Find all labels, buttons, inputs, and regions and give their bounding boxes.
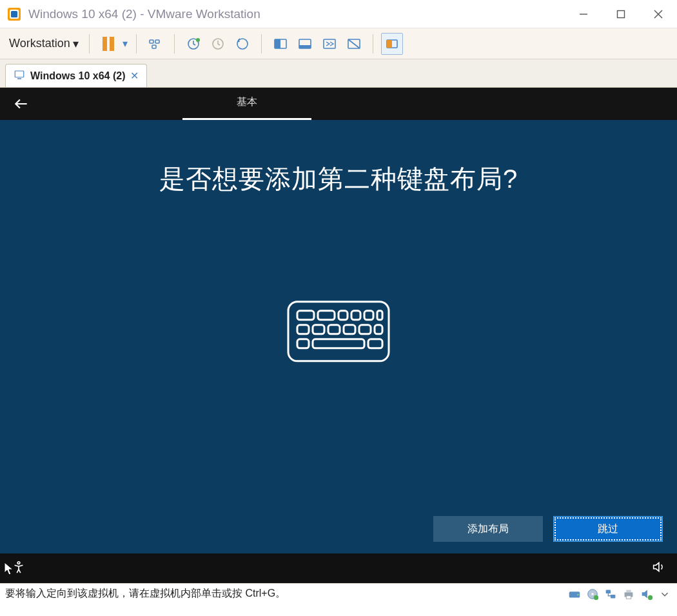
back-button[interactable] [12,94,31,114]
svg-rect-52 [626,595,631,599]
svg-rect-4 [618,10,625,17]
close-button[interactable] [640,0,677,28]
toolbar-separator [136,34,137,54]
hdd-icon[interactable] [567,587,582,601]
oobe-title: 是否想要添加第二种键盘布局? [0,120,677,197]
close-tab-button[interactable]: ✕ [130,70,139,82]
svg-rect-33 [297,325,309,334]
expand-tray-icon[interactable] [658,587,672,601]
oobe-header: 基本 [0,88,677,120]
snapshot-take-icon [186,36,201,52]
svg-rect-18 [299,45,311,48]
thumbnail-icon [384,36,400,52]
minimize-button[interactable] [565,0,602,28]
window-title: Windows 10 x64 (2) - VMware Workstation [28,7,565,21]
send-cad-icon [148,36,163,52]
oobe-actions: 添加布局 跳过 [433,516,663,542]
window-titlebar: Windows 10 x64 (2) - VMware Workstation [0,0,677,28]
add-layout-button[interactable]: 添加布局 [433,516,543,542]
svg-rect-37 [359,325,371,334]
view-stretch-button[interactable] [343,33,365,55]
printer-icon[interactable] [622,587,636,601]
vm-tab-icon [14,69,25,83]
skip-button[interactable]: 跳过 [553,516,663,542]
toolbar-separator [373,34,373,54]
svg-rect-24 [15,71,24,77]
svg-rect-34 [313,325,324,334]
svg-rect-16 [275,39,280,48]
svg-point-53 [648,595,652,599]
view-console-button[interactable] [270,33,291,55]
unity-icon [322,36,337,52]
oobe-nav-tab[interactable]: 基本 [182,95,311,120]
toolbar-separator [261,34,262,54]
oobe-body: 是否想要添加第二种键盘布局? [0,120,677,553]
toolbar-separator [174,34,175,54]
tab-strip: Windows 10 x64 (2) ✕ [0,59,677,88]
view-unity-button[interactable] [319,33,340,55]
svg-rect-51 [626,590,631,592]
stretch-icon [346,36,362,52]
pause-icon [103,37,114,51]
svg-rect-9 [152,45,156,48]
svg-point-11 [196,38,200,42]
svg-point-42 [17,562,20,564]
console-icon [273,36,288,52]
toolbar: Workstation ▾ ▾ [0,28,677,59]
workstation-menu-label: Workstation [9,37,70,50]
svg-rect-48 [606,590,611,593]
snapshot-manager-icon [235,36,250,52]
svg-rect-32 [377,311,382,320]
svg-rect-35 [328,325,340,334]
power-dropdown[interactable]: ▾ [121,37,130,50]
send-ctrl-alt-del-button[interactable] [144,33,166,55]
chevron-down-icon: ▾ [73,37,79,51]
oobe-footer [0,553,677,583]
volume-button[interactable] [651,560,665,577]
maximize-button[interactable] [602,0,640,28]
arrow-left-icon [13,95,30,112]
svg-line-21 [348,39,360,48]
network-icon[interactable] [603,587,618,601]
svg-point-44 [577,593,579,595]
accessibility-icon [12,560,26,574]
svg-rect-23 [387,40,392,48]
svg-rect-49 [611,594,615,598]
snapshot-take-button[interactable] [182,33,204,55]
guest-display[interactable]: 基本 是否想要添加第二种键盘布局? [0,88,677,583]
svg-rect-38 [375,325,382,334]
pause-vm-button[interactable] [97,33,119,55]
vm-tab[interactable]: Windows 10 x64 (2) ✕ [5,64,147,87]
workstation-menu[interactable]: Workstation ▾ [5,34,83,54]
snapshot-manager-button[interactable] [231,33,253,55]
svg-rect-7 [150,40,153,43]
keyboard-illustration [286,299,391,366]
svg-point-47 [594,595,598,599]
snapshot-revert-button[interactable] [207,33,229,55]
svg-rect-27 [297,311,314,320]
vmware-app-icon [6,6,22,22]
svg-rect-29 [338,311,348,320]
cd-icon[interactable] [585,587,600,601]
thumbnail-bar-button[interactable] [381,33,403,55]
svg-rect-36 [344,325,355,334]
fullscreen-icon [297,36,313,52]
svg-point-46 [591,593,594,595]
snapshot-revert-icon [210,36,226,52]
status-message: 要将输入定向到该虚拟机，请在虚拟机内部单击或按 Ctrl+G。 [5,587,567,601]
svg-rect-39 [297,339,309,348]
svg-rect-8 [155,40,159,43]
volume-icon [651,560,665,574]
svg-rect-25 [17,78,21,79]
svg-rect-41 [368,339,382,348]
status-bar: 要将输入定向到该虚拟机，请在虚拟机内部单击或按 Ctrl+G。 [0,583,677,604]
window-buttons [565,0,677,28]
sound-icon[interactable] [640,587,654,601]
accessibility-button[interactable] [12,560,26,577]
svg-rect-31 [364,311,373,320]
view-fullscreen-button[interactable] [294,33,316,55]
svg-rect-2 [11,11,17,17]
toolbar-separator [89,34,90,54]
keyboard-icon [286,299,391,364]
svg-rect-40 [313,339,364,348]
